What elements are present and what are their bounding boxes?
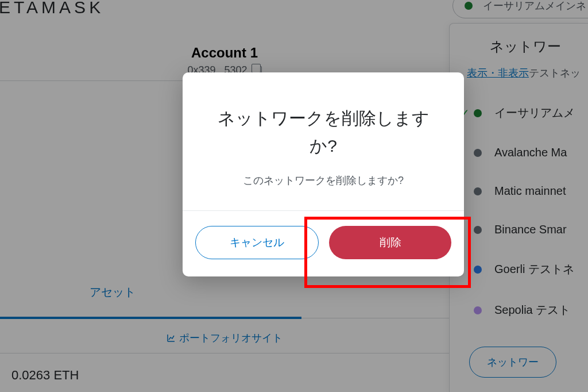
cancel-button[interactable]: キャンセル xyxy=(195,226,319,259)
delete-button[interactable]: 削除 xyxy=(329,226,451,259)
delete-network-modal: ネットワークを削除しますか? このネットワークを削除しますか? キャンセル 削除 xyxy=(183,72,464,276)
modal-body: このネットワークを削除しますか? xyxy=(183,174,464,210)
modal-title: ネットワークを削除しますか? xyxy=(183,72,464,174)
